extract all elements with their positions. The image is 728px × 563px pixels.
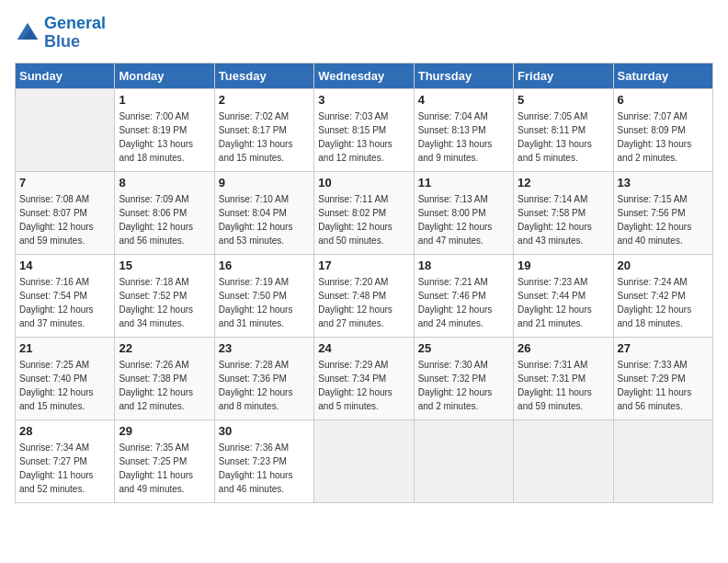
day-info: Sunrise: 7:16 AMSunset: 7:54 PMDaylight:… (19, 275, 110, 330)
calendar-cell: 20Sunrise: 7:24 AMSunset: 7:42 PMDayligh… (613, 254, 712, 337)
day-info: Sunrise: 7:24 AMSunset: 7:42 PMDaylight:… (618, 275, 709, 330)
day-info: Sunrise: 7:15 AMSunset: 7:56 PMDaylight:… (618, 192, 709, 247)
day-number: 10 (318, 176, 409, 190)
calendar-cell: 14Sunrise: 7:16 AMSunset: 7:54 PMDayligh… (16, 254, 115, 337)
day-number: 3 (318, 93, 409, 107)
day-info: Sunrise: 7:34 AMSunset: 7:27 PMDaylight:… (19, 441, 110, 496)
day-number: 29 (119, 424, 210, 438)
logo-text: General Blue (44, 15, 106, 52)
day-info: Sunrise: 7:35 AMSunset: 7:25 PMDaylight:… (119, 441, 210, 496)
day-number: 5 (518, 93, 609, 107)
calendar-cell: 30Sunrise: 7:36 AMSunset: 7:23 PMDayligh… (214, 419, 313, 502)
day-info: Sunrise: 7:36 AMSunset: 7:23 PMDaylight:… (219, 441, 310, 496)
day-info: Sunrise: 7:13 AMSunset: 8:00 PMDaylight:… (418, 192, 509, 247)
day-info: Sunrise: 7:00 AMSunset: 8:19 PMDaylight:… (119, 109, 210, 165)
calendar-cell: 25Sunrise: 7:30 AMSunset: 7:32 PMDayligh… (414, 337, 513, 419)
calendar-cell: 4Sunrise: 7:04 AMSunset: 8:13 PMDaylight… (414, 88, 513, 171)
calendar-cell: 11Sunrise: 7:13 AMSunset: 8:00 PMDayligh… (414, 171, 513, 254)
day-info: Sunrise: 7:21 AMSunset: 7:46 PMDaylight:… (418, 275, 509, 330)
day-info: Sunrise: 7:30 AMSunset: 7:32 PMDaylight:… (418, 358, 509, 413)
day-info: Sunrise: 7:03 AMSunset: 8:15 PMDaylight:… (318, 109, 409, 165)
day-info: Sunrise: 7:09 AMSunset: 8:06 PMDaylight:… (119, 192, 210, 247)
week-row-5: 28Sunrise: 7:34 AMSunset: 7:27 PMDayligh… (16, 419, 713, 502)
calendar-cell (514, 419, 613, 502)
calendar-cell: 6Sunrise: 7:07 AMSunset: 8:09 PMDaylight… (613, 88, 712, 171)
day-number: 15 (119, 259, 210, 272)
day-number: 28 (19, 424, 110, 438)
calendar-cell: 1Sunrise: 7:00 AMSunset: 8:19 PMDaylight… (115, 88, 214, 171)
day-number: 12 (518, 176, 609, 190)
day-number: 2 (219, 93, 310, 107)
calendar-cell: 8Sunrise: 7:09 AMSunset: 8:06 PMDaylight… (115, 171, 214, 254)
calendar-cell: 15Sunrise: 7:18 AMSunset: 7:52 PMDayligh… (115, 254, 214, 337)
day-info: Sunrise: 7:31 AMSunset: 7:31 PMDaylight:… (518, 358, 609, 413)
day-info: Sunrise: 7:28 AMSunset: 7:36 PMDaylight:… (219, 358, 310, 413)
logo: General Blue (15, 15, 106, 52)
calendar-cell: 26Sunrise: 7:31 AMSunset: 7:31 PMDayligh… (514, 337, 613, 419)
day-info: Sunrise: 7:25 AMSunset: 7:40 PMDaylight:… (19, 358, 110, 413)
day-number: 25 (418, 341, 509, 355)
calendar-cell: 16Sunrise: 7:19 AMSunset: 7:50 PMDayligh… (214, 254, 313, 337)
calendar-cell: 17Sunrise: 7:20 AMSunset: 7:48 PMDayligh… (314, 254, 414, 337)
day-number: 11 (418, 176, 509, 190)
calendar-cell: 12Sunrise: 7:14 AMSunset: 7:58 PMDayligh… (514, 171, 613, 254)
day-number: 20 (618, 259, 709, 272)
week-row-2: 7Sunrise: 7:08 AMSunset: 8:07 PMDaylight… (16, 171, 713, 254)
day-info: Sunrise: 7:19 AMSunset: 7:50 PMDaylight:… (219, 275, 310, 330)
day-header-tuesday: Tuesday (214, 63, 313, 88)
day-info: Sunrise: 7:20 AMSunset: 7:48 PMDaylight:… (318, 275, 409, 330)
week-row-3: 14Sunrise: 7:16 AMSunset: 7:54 PMDayligh… (16, 254, 713, 337)
calendar-cell (414, 419, 513, 502)
calendar-body: 1Sunrise: 7:00 AMSunset: 8:19 PMDaylight… (16, 88, 713, 502)
day-number: 6 (618, 93, 709, 107)
calendar-cell: 2Sunrise: 7:02 AMSunset: 8:17 PMDaylight… (214, 88, 313, 171)
day-number: 8 (119, 176, 210, 190)
day-info: Sunrise: 7:33 AMSunset: 7:29 PMDaylight:… (618, 358, 709, 413)
day-number: 13 (618, 176, 709, 190)
day-info: Sunrise: 7:26 AMSunset: 7:38 PMDaylight:… (119, 358, 210, 413)
day-number: 18 (418, 259, 509, 272)
day-info: Sunrise: 7:23 AMSunset: 7:44 PMDaylight:… (518, 275, 609, 330)
day-number: 24 (318, 341, 409, 355)
day-info: Sunrise: 7:08 AMSunset: 8:07 PMDaylight:… (19, 192, 110, 247)
day-number: 4 (418, 93, 509, 107)
calendar-cell (613, 419, 712, 502)
logo-icon (15, 20, 40, 46)
calendar-cell (16, 88, 115, 171)
day-info: Sunrise: 7:07 AMSunset: 8:09 PMDaylight:… (618, 109, 709, 165)
day-number: 30 (219, 424, 310, 438)
day-number: 22 (119, 341, 210, 355)
day-header-wednesday: Wednesday (314, 63, 414, 88)
day-number: 1 (119, 93, 210, 107)
day-info: Sunrise: 7:29 AMSunset: 7:34 PMDaylight:… (318, 358, 409, 413)
day-number: 27 (618, 341, 709, 355)
calendar-cell: 18Sunrise: 7:21 AMSunset: 7:46 PMDayligh… (414, 254, 513, 337)
day-header-friday: Friday (514, 63, 613, 88)
day-info: Sunrise: 7:14 AMSunset: 7:58 PMDaylight:… (518, 192, 609, 247)
calendar-cell: 7Sunrise: 7:08 AMSunset: 8:07 PMDaylight… (16, 171, 115, 254)
day-number: 7 (19, 176, 110, 190)
day-number: 21 (19, 341, 110, 355)
calendar-cell: 21Sunrise: 7:25 AMSunset: 7:40 PMDayligh… (16, 337, 115, 419)
calendar-header-row: SundayMondayTuesdayWednesdayThursdayFrid… (16, 63, 713, 88)
calendar-cell: 5Sunrise: 7:05 AMSunset: 8:11 PMDaylight… (514, 88, 613, 171)
day-number: 14 (19, 259, 110, 272)
day-info: Sunrise: 7:04 AMSunset: 8:13 PMDaylight:… (418, 109, 509, 165)
calendar-cell: 19Sunrise: 7:23 AMSunset: 7:44 PMDayligh… (514, 254, 613, 337)
calendar-cell (314, 419, 414, 502)
calendar-cell: 13Sunrise: 7:15 AMSunset: 7:56 PMDayligh… (613, 171, 712, 254)
day-info: Sunrise: 7:05 AMSunset: 8:11 PMDaylight:… (518, 109, 609, 165)
day-number: 26 (518, 341, 609, 355)
day-info: Sunrise: 7:11 AMSunset: 8:02 PMDaylight:… (318, 192, 409, 247)
day-number: 19 (518, 259, 609, 272)
day-header-sunday: Sunday (16, 63, 115, 88)
day-header-saturday: Saturday (613, 63, 712, 88)
day-info: Sunrise: 7:10 AMSunset: 8:04 PMDaylight:… (219, 192, 310, 247)
day-number: 16 (219, 259, 310, 272)
day-header-monday: Monday (115, 63, 214, 88)
day-info: Sunrise: 7:02 AMSunset: 8:17 PMDaylight:… (219, 109, 310, 165)
page-header: General Blue (15, 15, 713, 52)
calendar-cell: 9Sunrise: 7:10 AMSunset: 8:04 PMDaylight… (214, 171, 313, 254)
day-number: 9 (219, 176, 310, 190)
calendar-table: SundayMondayTuesdayWednesdayThursdayFrid… (15, 63, 713, 503)
